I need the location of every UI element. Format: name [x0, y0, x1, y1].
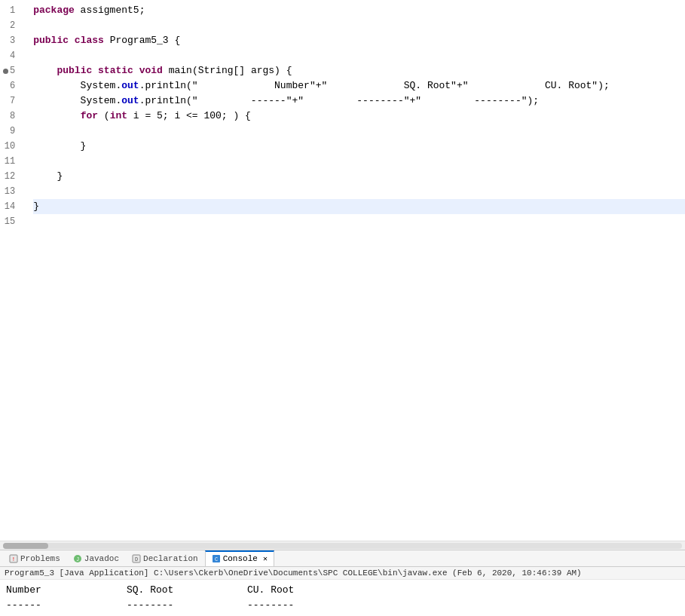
javadoc-tab-label: Javadoc	[84, 554, 119, 563]
code-line-4	[33, 48, 685, 63]
line-number-12: 12	[3, 169, 21, 184]
console-output: Number SQ. Root CU. Root ------ --------…	[0, 580, 685, 616]
col2-sep: --------	[127, 598, 247, 613]
line-number-14: 14	[3, 199, 21, 214]
declaration-tab-label: Declaration	[143, 554, 198, 563]
console-close-icon[interactable]: ✕	[263, 554, 268, 563]
console-header: Program5_3 [Java Application] C:\Users\C…	[0, 566, 685, 580]
code-line-6: System.out.println(" Number"+" SQ. Root"…	[33, 78, 685, 93]
col1-sep: ------	[6, 598, 127, 613]
svg-text:J: J	[76, 556, 79, 562]
line-number-1: 1	[3, 3, 21, 18]
line-number-10: 10	[3, 139, 21, 154]
console-columns-row: Number SQ. Root CU. Root	[6, 583, 679, 598]
scrollbar-thumb[interactable]	[3, 543, 48, 549]
javadoc-tab-icon: J	[73, 554, 82, 563]
bottom-tabs: !ProblemsJJavadocDDeclarationCConsole✕	[0, 550, 685, 566]
code-line-2	[33, 18, 685, 33]
line-number-4: 4	[3, 48, 21, 63]
col2-header: SQ. Root	[127, 583, 247, 598]
tab-console[interactable]: CConsole✕	[205, 550, 274, 567]
code-line-1: package assigment5;	[33, 3, 685, 18]
line-number-13: 13	[3, 184, 21, 199]
line-number-3: 3	[3, 33, 21, 48]
code-line-11	[33, 154, 685, 169]
console-tab-label: Console	[223, 554, 258, 563]
col1-header: Number	[6, 583, 127, 598]
code-line-10: }	[33, 139, 685, 154]
line-number-11: 11	[3, 154, 21, 169]
code-line-13	[33, 184, 685, 199]
svg-text:C: C	[215, 556, 218, 562]
console-tab-icon: C	[212, 554, 221, 563]
code-line-8: for (int i = 5; i <= 100; ) {	[33, 109, 685, 124]
console-separator-row: ------ -------- --------	[6, 598, 679, 613]
line-number-8: 8	[3, 109, 21, 124]
line-number-5: 5	[3, 63, 21, 78]
code-editor[interactable]: 123456789101112131415 package assigment5…	[0, 0, 685, 541]
code-content[interactable]: package assigment5; public class Program…	[27, 0, 685, 541]
code-line-14: }	[33, 199, 685, 214]
tab-problems[interactable]: !Problems	[3, 550, 67, 567]
svg-text:D: D	[135, 556, 138, 562]
line-number-7: 7	[3, 93, 21, 109]
breakpoint-marker	[3, 69, 8, 74]
tab-declaration[interactable]: DDeclaration	[126, 550, 205, 567]
problems-tab-icon: !	[9, 554, 18, 563]
horizontal-scrollbar[interactable]	[0, 541, 685, 550]
code-line-3: public class Program5_3 {	[33, 33, 685, 48]
problems-tab-label: Problems	[20, 554, 60, 563]
console-area: Program5_3 [Java Application] C:\Users\C…	[0, 566, 685, 616]
code-line-7: System.out.println(" ------"+" --------"…	[33, 93, 685, 109]
svg-text:!: !	[12, 556, 16, 562]
col3-sep: --------	[247, 598, 368, 613]
code-line-15	[33, 214, 685, 229]
scrollbar-track	[3, 543, 682, 549]
line-number-2: 2	[3, 18, 21, 33]
line-numbers: 123456789101112131415	[0, 0, 27, 541]
line-number-6: 6	[3, 78, 21, 93]
code-line-9	[33, 124, 685, 139]
declaration-tab-icon: D	[132, 554, 141, 563]
line-number-15: 15	[3, 214, 21, 229]
col3-header: CU. Root	[247, 583, 368, 598]
code-line-12: }	[33, 169, 685, 184]
code-line-5: public static void main(String[] args) {	[33, 63, 685, 78]
line-number-9: 9	[3, 124, 21, 139]
tab-javadoc[interactable]: JJavadoc	[67, 550, 126, 567]
